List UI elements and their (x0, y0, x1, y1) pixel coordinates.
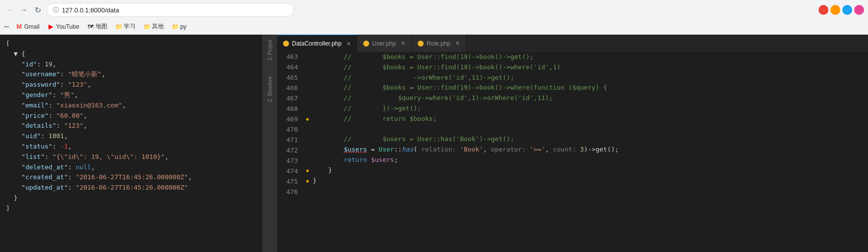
folder-icon-other: 📁 (144, 23, 150, 30)
url-text: 127.0.0.1:8000/data (62, 6, 119, 14)
browser-chrome: ← → ↻ ⓘ 127.0.0.1:8000/data ⋯ M Gmail ▶ … (0, 0, 868, 35)
json-email: "email": "xiaoxin@163.com", (6, 101, 256, 111)
json-panel: [ ▼ { "id": 19, "username": "蜡笔小新", "pas… (0, 35, 262, 252)
code-line-463: // $books = User::find(19)->book()->get(… (306, 52, 868, 62)
json-details: "details": "123", (6, 121, 256, 131)
code-line-464: // $books = User::find(19)->book()->wher… (306, 62, 868, 73)
code-line-476 (306, 186, 868, 196)
toolbar: ← → ↻ ⓘ 127.0.0.1:8000/data (0, 0, 868, 20)
gutter-icon-474: ◆ (306, 166, 313, 175)
line-numbers: 463 464 465 466 467 468 469 470 471 472 … (277, 52, 302, 252)
browser-icons (819, 5, 864, 15)
json-status: "status": -1, (6, 142, 256, 152)
json-updated-at: "updated_at": "2016-06-27T16:45:26.00000… (6, 183, 256, 193)
json-array-item: ▼ { (6, 49, 256, 59)
code-content: // $books = User::find(19)->book()->get(… (302, 52, 868, 252)
php-icon-2 (363, 41, 369, 47)
php-icon-1 (283, 41, 289, 47)
edge-icon (842, 5, 852, 15)
json-id: "id": 19, (6, 59, 256, 70)
editor-area: DataController.php ✕ User.php ✕ Role.php… (277, 35, 868, 252)
back-button[interactable]: ← (4, 4, 16, 16)
code-line-470 (306, 124, 868, 135)
nav-buttons: ← → ↻ (4, 4, 44, 16)
bookmark-youtube[interactable]: ▶ YouTube (45, 22, 82, 31)
tab-user[interactable]: User.php ✕ (357, 35, 412, 52)
json-username: "username": "蜡笔小新", (6, 69, 256, 80)
bookmark-py[interactable]: 📁 py (169, 22, 190, 31)
panel-project[interactable]: 1: Project (262, 37, 277, 63)
json-bracket-close: ] (6, 203, 256, 214)
tab-bar: DataController.php ✕ User.php ✕ Role.php… (277, 35, 868, 52)
json-list: "list": "{\"id\": 19, \"uid\": 1010}", (6, 152, 256, 162)
code-line-474: ◆ } (306, 165, 868, 176)
json-password: "password": "123", (6, 80, 256, 90)
main-content: [ ▼ { "id": 19, "username": "蜡笔小新", "pas… (0, 35, 868, 252)
code-view: 463 464 465 466 467 468 469 470 471 472 … (277, 52, 868, 252)
lock-icon: ⓘ (53, 6, 59, 14)
folder-icon-py: 📁 (172, 23, 179, 30)
code-line-468: // })->get(); (306, 103, 868, 114)
opera-icon (854, 5, 864, 15)
code-line-475: ◆ } (306, 176, 868, 186)
forward-button[interactable]: → (18, 4, 30, 16)
json-gender: "gender": "男", (6, 90, 256, 101)
tab-role[interactable]: Role.php ✕ (412, 35, 466, 52)
code-line-467: // $query->where('id',1)->orWhere('id',1… (306, 93, 868, 103)
code-line-471: // $users = User::has('Book')->get(); (306, 134, 868, 145)
close-tab-user[interactable]: ✕ (401, 41, 405, 46)
apps-icon[interactable]: ⋯ (4, 22, 9, 31)
tab-datacontroller[interactable]: DataController.php ✕ (277, 35, 357, 52)
reload-button[interactable]: ↻ (32, 4, 44, 16)
json-obj-close: } (6, 193, 256, 203)
json-deleted-at: "deleted_at": null, (6, 162, 256, 173)
code-line-472: $users = User::has( relation: 'Book', op… (306, 145, 868, 155)
maps-icon: 🗺 (87, 23, 94, 30)
folder-icon-study: 📁 (115, 23, 122, 30)
code-line-473: return $users; (306, 155, 868, 165)
json-bracket-open: [ (6, 39, 256, 49)
address-bar[interactable]: ⓘ 127.0.0.1:8000/data (47, 3, 294, 17)
json-price: "price": "60.00", (6, 111, 256, 121)
close-tab-role[interactable]: ✕ (455, 41, 460, 46)
bookmark-gmail[interactable]: M Gmail (13, 22, 43, 31)
firefox-icon (830, 5, 840, 15)
gmail-icon: M (16, 23, 23, 30)
gutter-icon-475: ◆ (306, 177, 313, 186)
json-uid: "uid": 1001, (6, 131, 256, 142)
gutter-icon-469: ◆ (306, 115, 313, 124)
youtube-icon: ▶ (48, 23, 54, 30)
json-created-at: "created_at": "2016-06-27T16:45:26.00000… (6, 172, 256, 183)
code-line-466: // $books = User::find(19)->book()->wher… (306, 83, 868, 93)
bookmark-study[interactable]: 📁 学习 (112, 21, 139, 32)
panel-structure[interactable]: Z: Structure (262, 73, 277, 105)
close-tab-datacontroller[interactable]: ✕ (346, 41, 351, 47)
chrome-icon (819, 5, 828, 15)
code-line-465: // ->orWhere('id',11)->get(); (306, 73, 868, 83)
side-panel-strip: 1: Project Z: Structure (262, 35, 277, 252)
bookmark-other[interactable]: 📁 其他 (141, 21, 167, 32)
php-icon-3 (418, 41, 424, 47)
code-line-469: ◆ // return $books; (306, 114, 868, 124)
bookmark-maps[interactable]: 🗺 地图 (84, 21, 110, 32)
bookmarks-bar: ⋯ M Gmail ▶ YouTube 🗺 地图 📁 学习 📁 其他 📁 py (0, 20, 868, 35)
